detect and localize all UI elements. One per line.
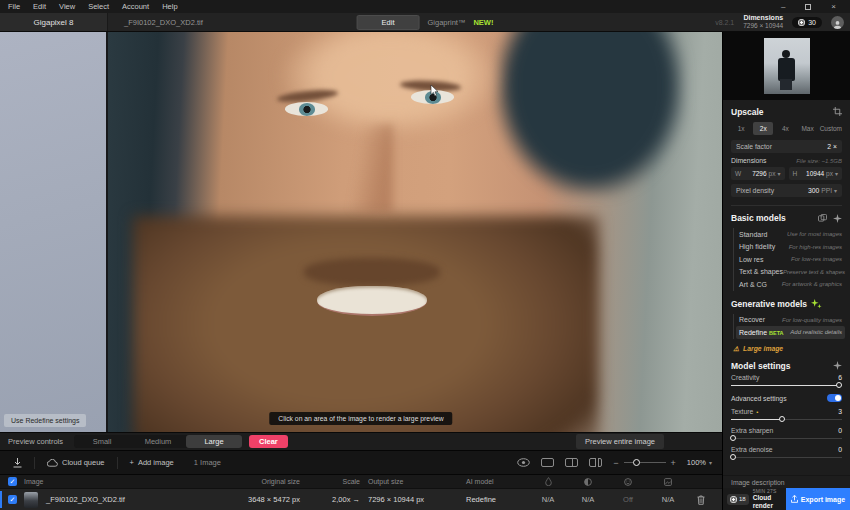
preview-size-medium[interactable]: Medium bbox=[130, 435, 186, 448]
model-standard[interactable]: Standard Use for most images bbox=[739, 228, 842, 241]
photo-forehead bbox=[280, 32, 501, 136]
preview-tooltip: Click on an area of the image to render … bbox=[269, 412, 452, 425]
extra-sharpen-slider[interactable]: Extra sharpen 0 bbox=[731, 426, 842, 442]
zoom-level-dropdown[interactable]: 100% ▾ bbox=[687, 458, 712, 467]
chevron-down-icon: ▾ bbox=[709, 459, 712, 466]
version-label: v8.2.1 bbox=[715, 19, 734, 26]
photo-beard bbox=[133, 216, 600, 432]
export-image-button[interactable]: Export image bbox=[786, 488, 850, 510]
app-tab[interactable]: Gigapixel 8 bbox=[0, 13, 108, 31]
credits-pill[interactable]: 30 bbox=[792, 17, 822, 28]
side-by-side-view-icon[interactable] bbox=[589, 458, 602, 467]
creativity-slider[interactable]: Creativity 6 bbox=[731, 373, 842, 389]
zoom-out-icon[interactable]: − bbox=[613, 458, 618, 468]
menu-select[interactable]: Select bbox=[88, 2, 109, 11]
split-view-icon[interactable] bbox=[565, 458, 578, 467]
clear-button[interactable]: Clear bbox=[249, 435, 288, 448]
toolbar-divider bbox=[117, 457, 118, 469]
row-thumbnail bbox=[24, 492, 38, 508]
row-gamma-value: N/A bbox=[648, 495, 688, 504]
model-recover[interactable]: Recover For low-quality images bbox=[739, 314, 842, 327]
image-preview-area[interactable]: Use Redefine settings Click on an area o… bbox=[0, 32, 722, 432]
auto-sparkle-icon[interactable] bbox=[833, 214, 842, 223]
modified-dot-icon: • bbox=[756, 409, 758, 415]
file-table-header: ✓ Image Original size Scale Output size … bbox=[0, 474, 722, 488]
cloud-render-info[interactable]: 18 5MIN 27S Cloud render bbox=[723, 488, 786, 510]
scale-option-custom[interactable]: Custom bbox=[820, 122, 842, 135]
add-image-button[interactable]: + Add image bbox=[125, 458, 179, 467]
upscale-section-header: Upscale bbox=[723, 102, 850, 121]
photo-eye-left bbox=[285, 102, 328, 116]
preview-size-segment: Small Medium Large bbox=[74, 435, 242, 448]
row-sharpen-value: N/A bbox=[568, 495, 608, 504]
file-tab[interactable]: _F9I0102_DXO_XD2.tif bbox=[108, 18, 219, 27]
column-original-size: Original size bbox=[210, 478, 300, 485]
column-sharpen bbox=[568, 478, 608, 486]
scale-option-max[interactable]: Max bbox=[797, 122, 817, 135]
column-ai-model: AI model bbox=[466, 478, 528, 485]
preview-size-small[interactable]: Small bbox=[74, 435, 130, 448]
scale-option-4x[interactable]: 4x bbox=[775, 122, 795, 135]
photo-beanie bbox=[495, 32, 685, 196]
model-redefine[interactable]: RedefineBETA Add realistic details bbox=[736, 326, 845, 339]
account-avatar[interactable] bbox=[831, 16, 844, 29]
menu-file[interactable]: File bbox=[8, 2, 20, 11]
row-face-recovery-value: Off bbox=[608, 495, 648, 504]
row-checkbox[interactable]: ✓ bbox=[8, 495, 17, 504]
row-ai-model: Redefine bbox=[466, 495, 528, 504]
extra-denoise-slider[interactable]: Extra denoise 0 bbox=[731, 445, 842, 461]
preview-entire-image-button[interactable]: Preview entire image bbox=[576, 434, 664, 449]
crop-icon[interactable] bbox=[833, 107, 842, 116]
zoom-slider-group: − + bbox=[613, 458, 676, 468]
image-description-label[interactable]: Image description bbox=[723, 475, 850, 488]
preview-photo[interactable] bbox=[108, 32, 722, 432]
use-redefine-settings-button[interactable]: Use Redefine settings bbox=[4, 414, 86, 427]
dimensions-label: Dimensions bbox=[731, 157, 767, 164]
zoom-slider[interactable] bbox=[624, 462, 666, 463]
export-queue-button[interactable] bbox=[8, 458, 27, 468]
model-text-shapes[interactable]: Text & shapes Preserve text & shapes bbox=[739, 266, 842, 279]
advanced-settings-row: Advanced settings bbox=[731, 392, 842, 405]
upload-icon bbox=[791, 495, 798, 503]
gigaprint-tab[interactable]: Gigaprint™ bbox=[428, 18, 466, 27]
scale-option-1x[interactable]: 1x bbox=[731, 122, 751, 135]
maximize-icon[interactable] bbox=[805, 4, 811, 10]
eye-icon[interactable] bbox=[517, 458, 530, 467]
width-field[interactable]: W 7296 px ▾ bbox=[731, 167, 785, 180]
menu-edit[interactable]: Edit bbox=[33, 2, 46, 11]
model-art-cg[interactable]: Art & CG For artwork & graphics bbox=[739, 278, 842, 291]
cloud-queue-button[interactable]: Cloud queue bbox=[42, 458, 110, 467]
select-all-checkbox[interactable]: ✓ bbox=[8, 477, 17, 486]
file-table-row[interactable]: ✓ _F9I0102_DXO_XD2.tif 3648 × 5472 px 2,… bbox=[0, 488, 722, 510]
large-image-warning: ⚠ Large image bbox=[733, 342, 842, 356]
row-denoise-value: N/A bbox=[528, 495, 568, 504]
settings-sparkle-icon[interactable] bbox=[833, 361, 842, 370]
advanced-settings-toggle[interactable] bbox=[827, 394, 842, 402]
compare-icon[interactable] bbox=[818, 214, 827, 222]
pixel-density-row[interactable]: Pixel density 300 PPI ▾ bbox=[731, 184, 842, 197]
zoom-in-icon[interactable]: + bbox=[671, 458, 676, 468]
menu-account[interactable]: Account bbox=[122, 2, 149, 11]
cloud-icon bbox=[47, 459, 58, 467]
sidebar-divider bbox=[731, 205, 842, 206]
height-field[interactable]: H 10944 px ▾ bbox=[789, 167, 843, 180]
scale-factor-row[interactable]: Scale factor 2 × bbox=[731, 140, 842, 153]
row-filename: _F9I0102_DXO_XD2.tif bbox=[46, 495, 125, 504]
photo-nose-shadow bbox=[344, 124, 393, 212]
zoom-slider-knob[interactable] bbox=[633, 459, 640, 466]
single-view-icon[interactable] bbox=[541, 458, 554, 467]
menu-help[interactable]: Help bbox=[162, 2, 177, 11]
close-icon[interactable]: × bbox=[831, 2, 836, 11]
model-low-res[interactable]: Low res For low-res images bbox=[739, 253, 842, 266]
model-high-fidelity[interactable]: High fidelity For high-res images bbox=[739, 241, 842, 254]
texture-slider[interactable]: Texture • 3 bbox=[731, 407, 842, 423]
menu-view[interactable]: View bbox=[59, 2, 75, 11]
warning-icon: ⚠ bbox=[733, 345, 739, 353]
edit-mode-button[interactable]: Edit bbox=[357, 15, 420, 30]
basic-models-header: Basic models bbox=[723, 210, 850, 226]
scale-option-2x[interactable]: 2x bbox=[753, 122, 773, 135]
minimize-icon[interactable]: – bbox=[781, 2, 785, 11]
navigator-thumbnail[interactable] bbox=[764, 38, 810, 94]
preview-size-large[interactable]: Large bbox=[186, 435, 242, 448]
row-delete-button[interactable] bbox=[688, 495, 714, 505]
